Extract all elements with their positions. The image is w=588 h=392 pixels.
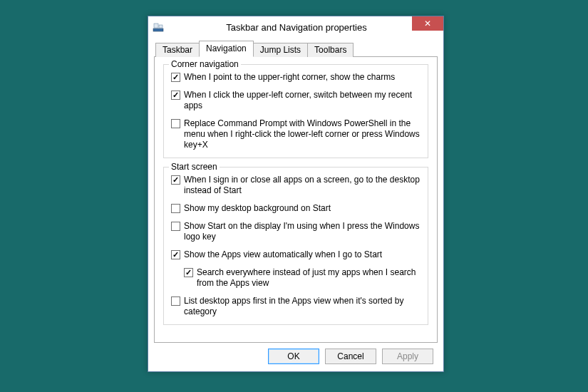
legend-corner: Corner navigation (169, 59, 241, 69)
groupbox-start-screen: Start screen When I sign in or close all… (163, 167, 428, 325)
option-desktop-bg: Show my desktop background on Start (171, 203, 421, 214)
close-icon: ✕ (424, 19, 431, 28)
tabpanel-navigation: Corner navigation When I point to the up… (154, 56, 438, 343)
cancel-button[interactable]: Cancel (325, 349, 376, 364)
checkbox-desktop-bg[interactable] (171, 204, 180, 213)
client-area: Taskbar Navigation Jump Lists Toolbars C… (148, 38, 443, 371)
tabstrip: Taskbar Navigation Jump Lists Toolbars (155, 41, 438, 56)
checkbox-charms[interactable] (171, 73, 180, 82)
checkbox-apps-view[interactable] (171, 250, 180, 259)
label-list-desktop-first: List desktop apps first in the Apps view… (184, 296, 421, 317)
svg-rect-1 (154, 24, 158, 28)
label-desktop-bg: Show my desktop background on Start (184, 203, 421, 214)
option-search-everywhere: Search everywhere instead of just my app… (184, 267, 421, 289)
window-title: Taskbar and Navigation properties (164, 22, 443, 33)
checkbox-recent-apps[interactable] (171, 91, 180, 100)
option-list-desktop-first: List desktop apps first in the Apps view… (171, 296, 421, 317)
tab-toolbars[interactable]: Toolbars (307, 43, 354, 57)
close-button[interactable]: ✕ (412, 16, 443, 31)
option-start-display: Show Start on the display I'm using when… (171, 221, 421, 242)
apply-button[interactable]: Apply (382, 349, 433, 364)
checkbox-go-desktop[interactable] (171, 175, 180, 185)
option-powershell: Replace Command Prompt with Windows Powe… (171, 118, 421, 150)
option-charms: When I point to the upper-right corner, … (171, 72, 421, 83)
checkbox-search-everywhere[interactable] (184, 268, 193, 277)
label-start-display: Show Start on the display I'm using when… (184, 221, 421, 242)
label-powershell: Replace Command Prompt with Windows Powe… (184, 118, 421, 150)
option-recent-apps: When I click the upper-left corner, swit… (171, 90, 421, 111)
label-go-desktop: When I sign in or close all apps on a sc… (184, 175, 421, 196)
checkbox-powershell[interactable] (171, 119, 180, 128)
checkbox-list-desktop-first[interactable] (171, 296, 180, 306)
ok-button[interactable]: OK (268, 349, 319, 364)
label-search-everywhere: Search everywhere instead of just my app… (197, 267, 421, 289)
groupbox-corner-navigation: Corner navigation When I point to the up… (163, 64, 428, 158)
svg-rect-0 (153, 29, 163, 31)
button-bar: OK Cancel Apply (154, 349, 438, 364)
option-go-desktop: When I sign in or close all apps on a sc… (171, 175, 421, 196)
tab-jumplists[interactable]: Jump Lists (253, 43, 308, 57)
checkbox-start-display[interactable] (171, 222, 180, 231)
titlebar[interactable]: Taskbar and Navigation properties ✕ (148, 16, 443, 38)
option-apps-view: Show the Apps view automatically when I … (171, 249, 421, 260)
properties-dialog: Taskbar and Navigation properties ✕ Task… (148, 16, 444, 372)
tab-navigation[interactable]: Navigation (199, 41, 254, 57)
legend-start: Start screen (169, 162, 220, 172)
svg-rect-2 (159, 25, 163, 28)
tab-taskbar[interactable]: Taskbar (155, 43, 200, 57)
app-icon (153, 21, 164, 33)
label-recent-apps: When I click the upper-left corner, swit… (184, 90, 421, 111)
label-charms: When I point to the upper-right corner, … (184, 72, 421, 83)
label-apps-view: Show the Apps view automatically when I … (184, 249, 421, 260)
